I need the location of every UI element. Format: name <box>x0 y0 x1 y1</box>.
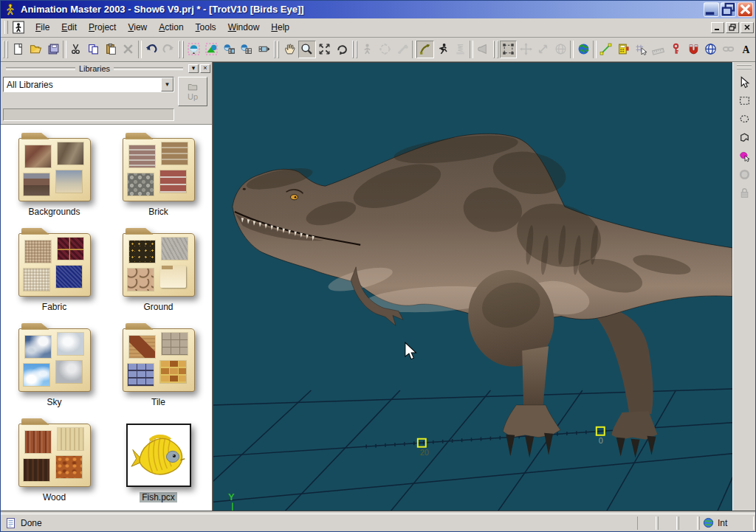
toolbar-grip[interactable] <box>274 41 279 58</box>
folder-icon[interactable] <box>123 132 195 201</box>
mirror-button[interactable] <box>702 41 720 58</box>
toolbar-grip[interactable] <box>352 41 357 58</box>
folder-icon[interactable] <box>18 322 91 392</box>
toolbar-grip[interactable] <box>493 41 498 58</box>
library-item-label[interactable]: Brick <box>146 207 171 217</box>
save-button[interactable] <box>44 41 62 58</box>
menu-item-edit[interactable]: Edit <box>55 20 83 35</box>
menu-grip[interactable] <box>4 21 8 34</box>
library-dropdown[interactable]: All Libraries ▼ <box>3 77 174 92</box>
mdi-restore-button[interactable] <box>726 22 739 33</box>
library-item-label[interactable]: Sky <box>44 397 63 407</box>
panel-pin-button[interactable]: ▾ <box>188 64 199 73</box>
copy-button[interactable] <box>85 41 103 58</box>
palette-grip[interactable] <box>737 64 752 69</box>
zoom-fit-button[interactable] <box>316 41 334 58</box>
viewport-canvas[interactable]: 200Y <box>213 63 732 511</box>
swatch-sw-stone-gray <box>162 238 188 260</box>
restore-button[interactable] <box>721 2 736 17</box>
group-pick-tool-button[interactable] <box>735 148 753 165</box>
folder-icon[interactable] <box>18 418 91 487</box>
minimize-button[interactable] <box>704 2 719 17</box>
panel-close-button[interactable]: × <box>200 64 210 73</box>
library-item-wood[interactable]: Wood <box>2 418 106 502</box>
library-item-label[interactable]: Tile <box>149 397 168 407</box>
menu-item-tools[interactable]: Tools <box>190 20 222 35</box>
grid-snap-button[interactable] <box>632 41 650 58</box>
render-animation-button[interactable] <box>238 41 255 58</box>
library-item-brick[interactable]: Brick <box>106 132 210 217</box>
new-icon <box>12 43 24 55</box>
image-thumbnail[interactable] <box>126 418 191 487</box>
folder-icon[interactable] <box>18 227 91 297</box>
mdi-close-button[interactable] <box>740 22 754 33</box>
menu-item-help[interactable]: Help <box>265 20 295 35</box>
status-zone-pane: Int <box>699 517 754 530</box>
folder-icon[interactable] <box>123 227 195 297</box>
up-button-label: Up <box>188 92 198 101</box>
menu-item-view[interactable]: View <box>122 20 153 35</box>
library-item-fabric[interactable]: Fabric <box>2 227 106 312</box>
render-lock-button[interactable] <box>203 41 221 58</box>
spline-button[interactable] <box>597 41 615 58</box>
viewport[interactable]: 200Y <box>213 62 732 511</box>
swatch-sw-sky-pale <box>58 333 83 355</box>
swatch-sw-bldg2 <box>58 142 83 165</box>
key-button[interactable] <box>667 41 685 58</box>
library-item-label[interactable]: Fish.pcx <box>140 492 177 502</box>
font-button[interactable]: A <box>737 41 755 58</box>
chevron-down-icon[interactable]: ▼ <box>161 77 173 91</box>
library-item-ground[interactable]: Ground <box>106 227 210 312</box>
render-preview-icon <box>188 43 200 55</box>
paste-button[interactable] <box>102 41 120 58</box>
lasso-tool-button[interactable] <box>735 111 753 128</box>
keyframe-button[interactable] <box>615 41 633 58</box>
new-button[interactable] <box>10 41 27 58</box>
library-item-label[interactable]: Fabric <box>40 302 69 312</box>
library-item-backgrounds[interactable]: Backgrounds <box>2 132 106 217</box>
muscle-button[interactable] <box>416 41 434 58</box>
rect-select-tool-button[interactable] <box>735 92 753 110</box>
play-animation-button[interactable] <box>255 41 273 58</box>
folder-icon[interactable] <box>123 322 195 392</box>
swatch-sw-tile-blue <box>128 364 154 386</box>
panel-grip-line[interactable] <box>6 67 75 70</box>
library-item-label[interactable]: Ground <box>141 302 175 312</box>
skeletal-button[interactable] <box>434 41 452 58</box>
magnet-button[interactable] <box>684 41 702 58</box>
library-item-sky[interactable]: Sky <box>2 322 106 407</box>
hide-tool-button <box>735 166 753 184</box>
panel-grip-line[interactable] <box>114 67 183 70</box>
library-item-tile[interactable]: Tile <box>106 322 210 407</box>
lasso-icon <box>738 113 751 125</box>
menu-item-project[interactable]: Project <box>83 20 122 35</box>
toolbar-separator <box>470 41 473 58</box>
zoom-fit-icon <box>318 43 331 55</box>
menu-item-window[interactable]: Window <box>222 20 266 35</box>
render-to-file-button[interactable] <box>220 41 238 58</box>
menu-item-file[interactable]: File <box>30 20 55 35</box>
menu-item-action[interactable]: Action <box>153 20 189 35</box>
cut-button[interactable] <box>67 41 85 58</box>
toolbar-grip[interactable] <box>3 41 8 58</box>
open-button[interactable] <box>27 41 45 58</box>
close-button[interactable] <box>738 2 753 17</box>
select-tool-button[interactable] <box>735 74 753 91</box>
zoom-button[interactable] <box>298 41 316 58</box>
world-button[interactable] <box>574 41 592 58</box>
patch-select-tool-button[interactable] <box>735 129 753 147</box>
undo-button[interactable] <box>142 41 160 58</box>
folder-icon[interactable] <box>18 132 91 201</box>
toolbar-grip[interactable] <box>179 41 184 58</box>
bound-button[interactable] <box>500 41 518 58</box>
render-preview-button[interactable] <box>185 41 203 58</box>
library-item-label[interactable]: Wood <box>41 492 68 502</box>
pan-button[interactable] <box>281 41 298 58</box>
library-item-label[interactable]: Backgrounds <box>26 207 82 217</box>
swatch-sw-wood-dark <box>24 459 49 481</box>
library-item-fish-pcx[interactable]: Fish.pcx <box>106 418 210 502</box>
mdi-minimize-button[interactable] <box>711 22 724 33</box>
open-icon <box>30 43 42 55</box>
key-icon <box>670 43 682 55</box>
turn-button[interactable] <box>333 41 351 58</box>
